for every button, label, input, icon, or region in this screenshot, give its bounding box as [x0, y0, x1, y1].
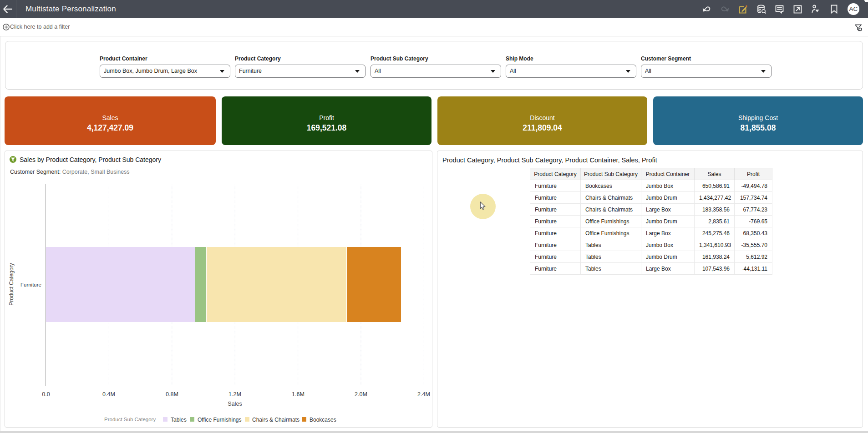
svg-text:2.4M: 2.4M: [417, 391, 430, 398]
svg-text:0.8M: 0.8M: [166, 391, 178, 398]
svg-text:2.0M: 2.0M: [355, 391, 367, 398]
svg-text:0.0: 0.0: [42, 391, 50, 398]
svg-text:1.2M: 1.2M: [228, 391, 241, 398]
svg-text:1.6M: 1.6M: [292, 391, 305, 398]
svg-text:Product Category: Product Category: [8, 263, 15, 305]
svg-text:Furniture: Furniture: [20, 282, 41, 287]
svg-text:Sales: Sales: [228, 401, 242, 407]
svg-text:0.4M: 0.4M: [102, 391, 115, 398]
